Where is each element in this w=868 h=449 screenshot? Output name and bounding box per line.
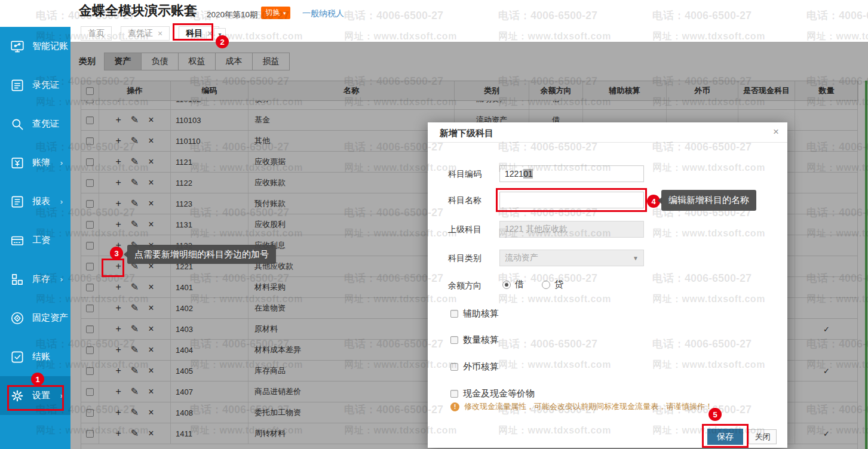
- tab-bar: 首页查凭证×科目×: [81, 26, 219, 41]
- sidebar-item-label: 查凭证: [32, 118, 59, 130]
- sidebar-item-label: 报表: [32, 196, 50, 207]
- add-sub-account-dialog: 新增下级科目 × 科目编码 122101 科目名称 上级科目 1221 其他应收…: [428, 122, 787, 448]
- checkbox-icon: [450, 310, 458, 318]
- fixed-assets-icon: [10, 310, 25, 326]
- sidebar-item-inventory[interactable]: 库存›: [0, 260, 70, 299]
- sidebar-item-label: 固定资产: [32, 312, 68, 324]
- sidebar: 智能记账录凭证查凭证账簿›报表›工资库存›固定资产结账设置›: [0, 27, 70, 449]
- topbar: 金蝶全模块演示账套 2020年第10期 切换 ▾ 一般纳税人 首页查凭证×科目×…: [70, 0, 868, 42]
- radio-label: 贷: [554, 279, 563, 290]
- voucher-entry-icon: [10, 78, 25, 93]
- save-button[interactable]: 保存: [707, 429, 743, 445]
- ledgers-icon: [10, 155, 25, 171]
- sidebar-item-label: 结账: [32, 351, 50, 362]
- sidebar-item-label: 设置: [32, 390, 50, 401]
- account-name-label: 科目名称: [448, 195, 496, 206]
- account-code-selected-text: 01: [523, 169, 533, 179]
- sidebar-item-label: 工资: [32, 235, 50, 246]
- chevron-down-icon: ▼: [633, 255, 639, 262]
- account-code-value: 1221: [505, 169, 523, 179]
- dialog-close-icon[interactable]: ×: [773, 126, 779, 138]
- chevron-right-icon: ›: [60, 275, 63, 284]
- warning-icon: !: [450, 402, 459, 411]
- tab-voucher-search[interactable]: 查凭证×: [121, 26, 170, 41]
- sidebar-item-smart-accounting[interactable]: 智能记账: [0, 27, 70, 66]
- radio-label: 借: [515, 279, 524, 290]
- account-type-value: 流动资产: [505, 253, 538, 263]
- step-badge-2: 2: [216, 35, 229, 48]
- checkbox-label: 现金及现金等价物: [463, 388, 535, 399]
- closing-icon: [10, 349, 25, 365]
- dialog-title: 新增下级科目: [440, 128, 493, 139]
- chevron-right-icon: ›: [60, 391, 63, 400]
- page-title: 金蝶全模块演示账套: [79, 2, 197, 20]
- dialog-titlebar: 新增下级科目 ×: [428, 122, 787, 143]
- sidebar-item-voucher-search[interactable]: 查凭证: [0, 104, 70, 143]
- step-badge-1: 1: [31, 373, 44, 386]
- smart-accounting-icon: [10, 39, 25, 54]
- account-code-input[interactable]: 122101: [499, 165, 644, 182]
- taxpayer-type-link[interactable]: 一般纳税人: [302, 8, 344, 19]
- chevron-right-icon: ›: [60, 158, 63, 167]
- step-badge-3: 3: [110, 247, 123, 260]
- option-checkbox-0[interactable]: 辅助核算: [450, 308, 499, 319]
- sidebar-item-ledgers[interactable]: 账簿›: [0, 143, 70, 182]
- sidebar-item-voucher-entry[interactable]: 录凭证: [0, 66, 70, 104]
- sidebar-item-label: 智能记账: [32, 41, 68, 52]
- switch-period-button[interactable]: 切换 ▾: [261, 7, 290, 19]
- close-icon[interactable]: ×: [207, 29, 212, 38]
- radio-icon: [542, 281, 550, 289]
- tab-label: 查凭证: [128, 28, 153, 39]
- sidebar-item-fixed-assets[interactable]: 固定资产: [0, 299, 70, 337]
- direction-radio-借[interactable]: 借: [502, 279, 524, 290]
- close-icon[interactable]: ×: [158, 29, 162, 38]
- sidebar-item-label: 账簿: [32, 157, 50, 168]
- parent-account-input: 1221 其他应收款: [499, 221, 644, 238]
- payroll-icon: [10, 233, 25, 248]
- inventory-icon: [10, 272, 25, 287]
- reports-icon: [10, 194, 25, 210]
- account-code-label: 科目编码: [448, 169, 496, 180]
- option-checkbox-1[interactable]: 数量核算: [450, 334, 499, 346]
- page: 智能记账录凭证查凭证账簿›报表›工资库存›固定资产结账设置› 金蝶全模块演示账套…: [0, 0, 868, 449]
- sidebar-item-label: 录凭证: [32, 79, 59, 91]
- direction-radio-贷[interactable]: 贷: [542, 279, 563, 290]
- checkbox-icon: [450, 336, 458, 344]
- balance-direction-label: 余额方向: [448, 281, 496, 291]
- account-type-select: 流动资产 ▼: [499, 250, 644, 266]
- account-type-label: 科目类别: [448, 253, 496, 264]
- warning-text: 修改现金流量属性，可能会改变以前期间标准现金流量表，请谨慎操作！: [464, 401, 713, 412]
- checkbox-label: 外币核算: [463, 361, 499, 373]
- tooltip-step-4: 编辑新增科目的名称: [661, 190, 756, 211]
- option-checkbox-2[interactable]: 外币核算: [450, 361, 499, 373]
- period-label: 2020年第10期: [207, 10, 258, 20]
- tab-label: 首页: [88, 28, 105, 39]
- parent-account-label: 上级科目: [448, 224, 496, 235]
- checkbox-label: 辅助核算: [463, 308, 499, 319]
- switch-label: 切换: [265, 8, 280, 18]
- close-button[interactable]: 关闭: [749, 429, 777, 444]
- step-badge-5: 5: [708, 408, 722, 421]
- sidebar-item-label: 库存: [32, 273, 50, 285]
- account-name-input[interactable]: [499, 192, 644, 208]
- settings-icon: [10, 388, 25, 404]
- checkbox-icon: [450, 390, 458, 398]
- cashflow-warning: ! 修改现金流量属性，可能会改变以前期间标准现金流量表，请谨慎操作！: [450, 401, 713, 412]
- checkbox-label: 数量核算: [463, 334, 499, 346]
- sidebar-item-payroll[interactable]: 工资: [0, 221, 70, 260]
- chevron-down-icon: ▾: [283, 10, 286, 16]
- sidebar-item-closing[interactable]: 结账: [0, 337, 70, 376]
- balance-direction-radios: 借贷: [502, 279, 563, 290]
- sidebar-item-reports[interactable]: 报表›: [0, 182, 70, 221]
- tab-home[interactable]: 首页: [81, 26, 112, 41]
- radio-icon: [502, 281, 511, 289]
- chevron-right-icon: ›: [60, 197, 63, 206]
- option-checkbox-3[interactable]: 现金及现金等价物: [450, 388, 535, 399]
- tab-label: 科目: [186, 28, 203, 39]
- voucher-search-icon: [10, 116, 25, 132]
- sidebar-logo-area: [0, 0, 70, 27]
- tooltip-step-3: 点需要新增明细的科目旁边的加号: [127, 245, 276, 264]
- checkbox-icon: [450, 363, 458, 371]
